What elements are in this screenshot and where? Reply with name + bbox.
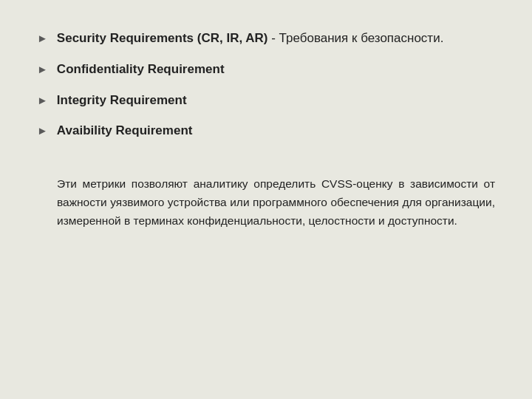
list-item-integrity: ► Integrity Requirement (37, 92, 495, 109)
bullet-bold-1: Security Requirements (CR, IR, AR) (57, 31, 268, 45)
arrow-icon-3: ► (37, 92, 48, 108)
arrow-icon-2: ► (37, 61, 48, 77)
list-item-avaibility: ► Avaibility Requirement (37, 122, 495, 140)
bullet-bold-2: Confidentiality Requirement (57, 62, 225, 76)
bullet-bold-3: Integrity Requirement (57, 93, 187, 107)
bullet-text-1: Security Requirements (CR, IR, AR) - Тре… (57, 30, 444, 47)
bullet-bold-4: Avaibility Requirement (57, 123, 193, 137)
arrow-icon-1: ► (37, 30, 48, 46)
bullet-rest-1: - Требования к безопасности. (267, 31, 443, 45)
bullet-text-3: Integrity Requirement (57, 92, 187, 109)
bullet-list: ► Security Requirements (CR, IR, AR) - Т… (37, 30, 495, 153)
arrow-icon-4: ► (37, 123, 48, 138)
bullet-text-4: Avaibility Requirement (57, 122, 193, 140)
list-item-confidentiality: ► Confidentiality Requirement (37, 61, 495, 78)
slide: ► Security Requirements (CR, IR, AR) - Т… (0, 0, 532, 399)
paragraph-block: Эти метрики позволяют аналитику определи… (57, 175, 495, 230)
bullet-text-2: Confidentiality Requirement (57, 61, 225, 78)
list-item-security-requirements: ► Security Requirements (CR, IR, AR) - Т… (37, 30, 495, 47)
